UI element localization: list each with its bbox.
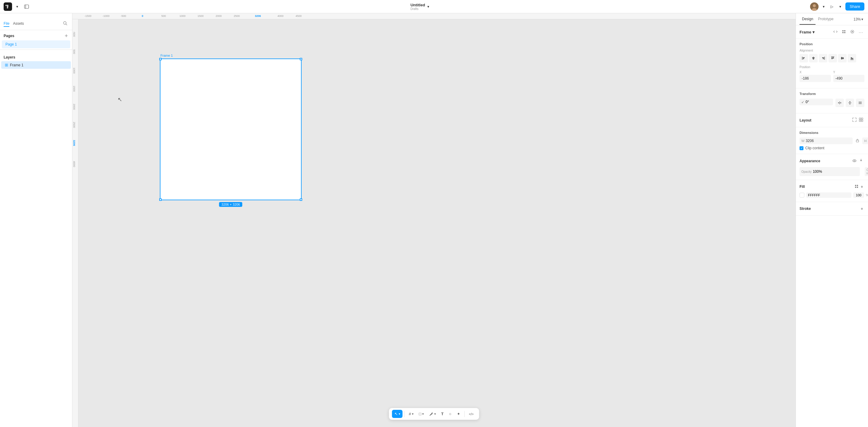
app-logo[interactable]: [4, 2, 12, 11]
svg-rect-43: [855, 185, 856, 186]
file-dropdown-button[interactable]: ▾: [426, 4, 430, 9]
frame-handle-br[interactable]: [300, 199, 302, 201]
rotation-input-group: ↙: [800, 99, 833, 107]
frame-handle-tr[interactable]: [300, 58, 302, 60]
chevron-down-icon: ▾: [839, 4, 841, 9]
plus-icon: +: [861, 206, 863, 211]
menu-button[interactable]: ▾: [14, 3, 20, 10]
zoom-level[interactable]: 13% ▾: [852, 16, 864, 23]
fill-color-swatch[interactable]: [800, 193, 804, 197]
topbar-right: ▾ ▷ ▾ Share: [810, 2, 864, 11]
layer-item-frame1[interactable]: ⊞ Frame 1: [1, 61, 71, 69]
svg-rect-16: [803, 59, 804, 59]
tool-pen[interactable]: ▾: [427, 410, 438, 418]
component-icon-svg: [842, 30, 846, 34]
user-dropdown-button[interactable]: ▾: [821, 3, 826, 10]
svg-rect-38: [861, 118, 863, 119]
tool-ellipse[interactable]: ○: [447, 410, 454, 418]
align-top-button[interactable]: [829, 54, 837, 62]
svg-rect-41: [856, 140, 859, 142]
tool-text[interactable]: T: [439, 410, 446, 418]
toolbar-separator: [404, 411, 405, 417]
flip-vertical-button[interactable]: [846, 99, 854, 107]
layers-list: ⊞ Frame 1: [0, 61, 72, 69]
frame-handle-tl[interactable]: [159, 58, 162, 60]
opacity-input[interactable]: [813, 170, 858, 174]
page-item-1[interactable]: Page 1: [2, 40, 70, 48]
align-center-h-button[interactable]: [809, 54, 818, 62]
inspect-icon[interactable]: [849, 28, 856, 36]
appearance-visibility-button[interactable]: [851, 158, 858, 164]
position-sublabel: Position: [800, 65, 864, 69]
x-label: X: [800, 70, 831, 74]
pen-icon: [429, 412, 433, 416]
ruler-label: -1000: [102, 14, 110, 18]
hash-icon: #: [409, 411, 411, 416]
add-stroke-button[interactable]: +: [860, 206, 864, 212]
cursor-indicator: ↖: [118, 96, 122, 103]
align-right-button[interactable]: [819, 54, 827, 62]
dimension-lock-button[interactable]: [855, 138, 860, 144]
clip-content-checkbox[interactable]: ✓: [800, 146, 803, 150]
fill-grid-button[interactable]: [854, 184, 860, 190]
topbar-left: ▾: [4, 2, 31, 11]
y-input[interactable]: [833, 75, 865, 82]
tool-code[interactable]: </>: [467, 410, 476, 418]
rectangle-icon: □: [419, 411, 421, 416]
svg-rect-21: [822, 57, 824, 58]
canvas-frame[interactable]: Frame 1 3206 × 3206: [160, 59, 302, 200]
clip-content-row[interactable]: ✓ Clip content: [800, 146, 864, 150]
frame-label-text: Frame: [800, 30, 811, 34]
fill-opacity-input[interactable]: [853, 192, 864, 198]
width-input[interactable]: [806, 139, 851, 143]
tab-assets[interactable]: Assets: [13, 21, 24, 27]
frame-icon: ⊞: [5, 63, 8, 67]
tab-design[interactable]: Design: [800, 14, 815, 25]
canvas-area[interactable]: -1500 -1000 -500 0 500 1000 1500 2000 25…: [72, 13, 796, 427]
rotation-input[interactable]: [806, 100, 831, 104]
svg-rect-11: [844, 32, 845, 33]
pages-section-header: Pages +: [0, 30, 72, 40]
sidebar-toggle-button[interactable]: [22, 3, 31, 10]
layout-expand-button[interactable]: [851, 117, 858, 123]
chevron-down-icon: ▾: [427, 4, 429, 9]
canvas-content[interactable]: Frame 1 3206 × 3206 ↖: [79, 19, 796, 427]
x-input[interactable]: [800, 75, 831, 82]
cursor-icon: ↖: [395, 411, 398, 416]
tool-cursor[interactable]: ↖ ▾: [392, 410, 403, 418]
transform-section: Transform ↙: [796, 88, 868, 113]
svg-point-13: [852, 31, 853, 32]
play-button[interactable]: ▷: [829, 3, 835, 10]
fill-hex-input[interactable]: [806, 192, 851, 198]
share-button[interactable]: Share: [845, 2, 864, 10]
add-fill-button[interactable]: +: [860, 184, 864, 190]
align-middle-v-button[interactable]: [838, 54, 846, 62]
align-left-button[interactable]: [800, 54, 808, 62]
frame-dropdown-label[interactable]: Frame ▾: [800, 30, 832, 34]
flip-horizontal-button[interactable]: [835, 99, 844, 107]
tool-frame[interactable]: # ▾: [407, 410, 416, 418]
pen-dropdown-icon: ▾: [434, 412, 436, 416]
ruler-label: 1500: [197, 14, 204, 18]
frame-size-badge: 3206 × 3206: [219, 202, 242, 207]
distribute-button[interactable]: [856, 99, 864, 107]
tab-file[interactable]: File: [4, 21, 9, 27]
align-bottom-button[interactable]: [848, 54, 856, 62]
add-page-button[interactable]: +: [64, 33, 68, 39]
main-layout: File Assets Pages + Page 1 Layers: [0, 13, 868, 427]
more-options-icon[interactable]: ···: [858, 28, 864, 36]
layout-grid-button[interactable]: [858, 117, 864, 123]
present-dropdown-button[interactable]: ▾: [838, 3, 843, 10]
code-frame-icon[interactable]: [832, 28, 839, 36]
layers-section: Layers ⊞ Frame 1: [0, 50, 72, 69]
frame-handle-bl[interactable]: [159, 199, 162, 201]
chevron-down-icon: ▾: [16, 4, 18, 9]
tab-prototype[interactable]: Prototype: [815, 14, 836, 25]
grid-icon: [859, 118, 863, 122]
dimensions-section: Dimensions W H ✓: [796, 127, 868, 154]
tool-shape[interactable]: □ ▾: [416, 410, 426, 418]
component-icon[interactable]: [841, 28, 847, 36]
appearance-more-button[interactable]: [858, 158, 864, 164]
tool-star[interactable]: ✦: [455, 410, 463, 418]
search-button[interactable]: [62, 20, 68, 27]
